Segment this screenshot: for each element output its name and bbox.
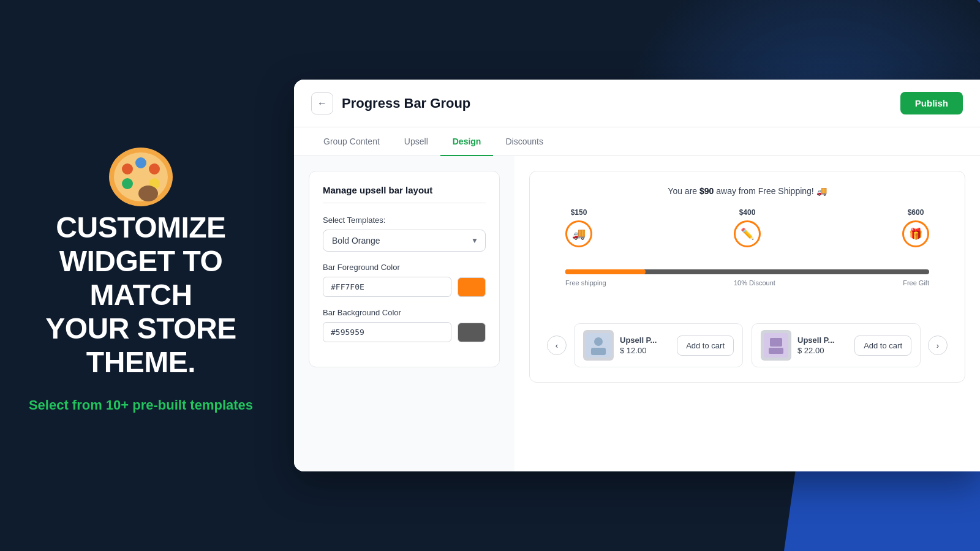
back-button[interactable]: ←: [311, 92, 333, 114]
milestones-row: $150 🚚 $400 ✏️ $600 🎁: [565, 208, 929, 247]
preview-panel: You are $90 away from Free Shipping! 🚚 $…: [514, 156, 980, 471]
progress-track-area: $150 🚚 $400 ✏️ $600 🎁: [565, 208, 929, 287]
product-2-image: [761, 330, 791, 361]
milestone-2-label: 10% Discount: [734, 279, 775, 287]
progress-fill: [565, 269, 646, 274]
svg-point-9: [594, 337, 603, 346]
message-prefix: You are: [668, 186, 699, 196]
subtext: Select from 10+ pre-built templates: [29, 397, 253, 414]
template-select[interactable]: Bold Orange Classic Blue Minimal Dark Fr…: [323, 230, 486, 252]
milestone-2-icon: ✏️: [734, 220, 761, 247]
tab-design[interactable]: Design: [440, 128, 494, 156]
tab-discounts[interactable]: Discounts: [493, 128, 555, 156]
product-2-price: $ 22.00: [797, 346, 848, 355]
product-2-info: Upsell P... $ 22.00: [797, 335, 848, 355]
milestone-3-icon: 🎁: [902, 220, 929, 247]
svg-point-6: [122, 178, 133, 189]
form-panel: Manage upsell bar layout Select Template…: [294, 156, 514, 471]
tab-group-content[interactable]: Group Content: [311, 128, 392, 156]
headline: CUSTOMIZE WIDGET TO MATCH YOUR STORE THE…: [24, 211, 257, 380]
app-window: ← Progress Bar Group Publish Group Conte…: [294, 80, 980, 471]
background-color-swatch[interactable]: [458, 323, 486, 342]
foreground-color-swatch[interactable]: [458, 277, 486, 297]
svg-point-7: [138, 186, 158, 201]
header-left: ← Progress Bar Group: [311, 92, 470, 114]
foreground-color-row: [323, 277, 486, 297]
preview-message: You are $90 away from Free Shipping! 🚚: [547, 186, 948, 196]
upsell-products: Upsell P... $ 12.00 Add to cart: [574, 323, 921, 367]
svg-point-2: [122, 163, 133, 174]
prev-arrow[interactable]: ‹: [547, 335, 567, 355]
template-group: Select Templates: Bold Orange Classic Bl…: [323, 216, 486, 252]
milestone-1-icon: 🚚: [565, 220, 592, 247]
progress-bar-preview: You are $90 away from Free Shipping! 🚚 $…: [529, 171, 965, 383]
tabs-bar: Group Content Upsell Design Discounts: [294, 127, 980, 156]
main-content: ← Progress Bar Group Publish Group Conte…: [282, 0, 980, 551]
milestone-3: $600 🎁: [902, 208, 929, 247]
milestone-1-amount: $150: [571, 208, 587, 217]
templates-label: Select Templates:: [323, 216, 486, 225]
milestone-1-label: Free shipping: [565, 279, 606, 287]
svg-rect-13: [769, 348, 783, 354]
add-to-cart-1[interactable]: Add to cart: [677, 335, 734, 356]
upsell-card-1: Upsell P... $ 12.00 Add to cart: [574, 323, 743, 367]
next-arrow[interactable]: ›: [928, 335, 948, 355]
milestone-1: $150 🚚: [565, 208, 592, 247]
milestone-labels-row: Free shipping 10% Discount Free Gift: [565, 279, 929, 287]
foreground-color-group: Bar Foreground Color: [323, 263, 486, 297]
background-label: Bar Background Color: [323, 308, 486, 317]
milestone-3-amount: $600: [908, 208, 924, 217]
product-1-info: Upsell P... $ 12.00: [620, 335, 671, 355]
upsell-card-2: Upsell P... $ 22.00 Add to cart: [752, 323, 921, 367]
milestone-2-amount: $400: [739, 208, 756, 217]
background-color-row: [323, 322, 486, 342]
milestone-3-label: Free Gift: [903, 279, 929, 287]
add-to-cart-2[interactable]: Add to cart: [854, 335, 911, 356]
app-title: Progress Bar Group: [342, 96, 470, 111]
milestone-2: $400 ✏️: [734, 208, 761, 247]
message-bold: $90: [699, 186, 714, 196]
svg-rect-10: [591, 348, 606, 355]
background-color-input[interactable]: [323, 322, 451, 342]
select-wrapper: Bold Orange Classic Blue Minimal Dark Fr…: [323, 230, 486, 252]
svg-rect-12: [770, 338, 782, 347]
svg-point-4: [149, 163, 160, 174]
product-1-price: $ 12.00: [620, 346, 671, 355]
foreground-color-input[interactable]: [323, 277, 451, 297]
tab-upsell[interactable]: Upsell: [392, 128, 440, 156]
message-suffix: away from Free Shipping! 🚚: [714, 186, 826, 196]
product-1-image: [583, 330, 614, 361]
palette-icon: [104, 137, 178, 211]
foreground-label: Bar Foreground Color: [323, 263, 486, 272]
progress-track: [565, 269, 929, 274]
product-2-name: Upsell P...: [797, 335, 848, 345]
section-title: Manage upsell bar layout: [323, 185, 486, 203]
svg-point-3: [135, 157, 146, 168]
app-body: Manage upsell bar layout Select Template…: [294, 156, 980, 471]
form-section: Manage upsell bar layout Select Template…: [309, 171, 500, 367]
upsell-row: ‹: [547, 323, 948, 367]
app-header: ← Progress Bar Group Publish: [294, 80, 980, 127]
background-color-group: Bar Background Color: [323, 308, 486, 342]
product-1-name: Upsell P...: [620, 335, 671, 345]
left-panel: CUSTOMIZE WIDGET TO MATCH YOUR STORE THE…: [0, 0, 282, 551]
publish-button[interactable]: Publish: [900, 92, 963, 114]
